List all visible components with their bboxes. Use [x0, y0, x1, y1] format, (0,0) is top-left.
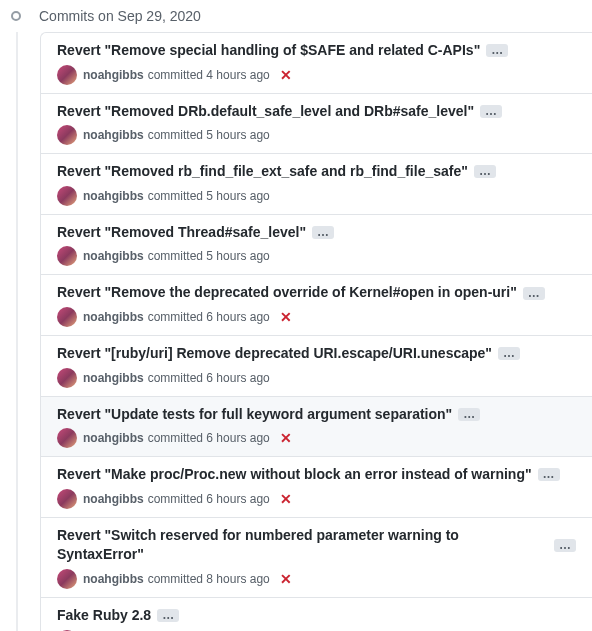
expand-commit-button[interactable]: …	[486, 44, 508, 57]
commit-time: committed 6 hours ago	[148, 371, 270, 385]
commits-list: Revert "Remove special handling of $SAFE…	[40, 32, 592, 631]
commit-meta: noahgibbs committed 4 hours ago✕	[57, 65, 576, 85]
commit-author-link[interactable]: noahgibbs	[83, 189, 144, 203]
commit-author-link[interactable]: noahgibbs	[83, 431, 144, 445]
commit-title-link[interactable]: Revert "Switch reserved for numbered par…	[57, 526, 548, 565]
commit-title-link[interactable]: Fake Ruby 2.8	[57, 606, 151, 626]
commit-time: committed 8 hours ago	[148, 572, 270, 586]
commit-author-link[interactable]: noahgibbs	[83, 492, 144, 506]
commit-item: Revert "Remove special handling of $SAFE…	[41, 33, 592, 94]
commit-item: Fake Ruby 2.8…noahgibbs committed 9 hour…	[41, 598, 592, 631]
commit-title-link[interactable]: Revert "Removed rb_find_file_ext_safe an…	[57, 162, 468, 182]
commit-title-link[interactable]: Revert "Removed DRb.default_safe_level a…	[57, 102, 474, 122]
commit-item: Revert "[ruby/uri] Remove deprecated URI…	[41, 336, 592, 397]
commit-item: Revert "Update tests for full keyword ar…	[41, 397, 592, 458]
expand-commit-button[interactable]: …	[538, 468, 560, 481]
commit-time: committed 5 hours ago	[148, 128, 270, 142]
commit-item: Revert "Switch reserved for numbered par…	[41, 518, 592, 598]
avatar[interactable]	[57, 428, 77, 448]
status-failed-icon[interactable]: ✕	[280, 430, 292, 446]
commit-title-link[interactable]: Revert "Update tests for full keyword ar…	[57, 405, 452, 425]
commit-item: Revert "Removed Thread#safe_level"…noahg…	[41, 215, 592, 276]
commit-meta: noahgibbs committed 5 hours ago	[57, 125, 576, 145]
avatar[interactable]	[57, 569, 77, 589]
status-failed-icon[interactable]: ✕	[280, 309, 292, 325]
status-failed-icon[interactable]: ✕	[280, 67, 292, 83]
expand-commit-button[interactable]: …	[554, 539, 576, 552]
commit-time: committed 4 hours ago	[148, 68, 270, 82]
avatar[interactable]	[57, 246, 77, 266]
commit-item: Revert "Make proc/Proc.new without block…	[41, 457, 592, 518]
commit-time: committed 5 hours ago	[148, 249, 270, 263]
commit-meta: noahgibbs committed 6 hours ago	[57, 368, 576, 388]
expand-commit-button[interactable]: …	[480, 105, 502, 118]
timeline-dot-icon	[11, 11, 21, 21]
commit-title-link[interactable]: Revert "Remove the deprecated override o…	[57, 283, 517, 303]
commit-time: committed 6 hours ago	[148, 492, 270, 506]
commit-time: committed 6 hours ago	[148, 310, 270, 324]
avatar[interactable]	[57, 489, 77, 509]
commit-author-link[interactable]: noahgibbs	[83, 128, 144, 142]
expand-commit-button[interactable]: …	[312, 226, 334, 239]
avatar[interactable]	[57, 65, 77, 85]
avatar[interactable]	[57, 186, 77, 206]
commit-meta: noahgibbs committed 8 hours ago✕	[57, 569, 576, 589]
commit-meta: noahgibbs committed 5 hours ago	[57, 186, 576, 206]
commit-title-link[interactable]: Revert "Remove special handling of $SAFE…	[57, 41, 480, 61]
commit-author-link[interactable]: noahgibbs	[83, 371, 144, 385]
expand-commit-button[interactable]: …	[523, 287, 545, 300]
commit-meta: noahgibbs committed 5 hours ago	[57, 246, 576, 266]
commit-meta: noahgibbs committed 6 hours ago✕	[57, 307, 576, 327]
status-failed-icon[interactable]: ✕	[280, 491, 292, 507]
commit-date-header: Commits on Sep 29, 2020	[39, 8, 201, 24]
commit-timeline: Revert "Remove special handling of $SAFE…	[16, 32, 592, 631]
avatar[interactable]	[57, 125, 77, 145]
expand-commit-button[interactable]: …	[157, 609, 179, 622]
commit-meta: noahgibbs committed 6 hours ago✕	[57, 489, 576, 509]
commit-title-link[interactable]: Revert "Make proc/Proc.new without block…	[57, 465, 532, 485]
commit-item: Revert "Remove the deprecated override o…	[41, 275, 592, 336]
expand-commit-button[interactable]: …	[474, 165, 496, 178]
commit-item: Revert "Removed DRb.default_safe_level a…	[41, 94, 592, 155]
commit-item: Revert "Removed rb_find_file_ext_safe an…	[41, 154, 592, 215]
commit-time: committed 6 hours ago	[148, 431, 270, 445]
avatar[interactable]	[57, 307, 77, 327]
commit-meta: noahgibbs committed 6 hours ago✕	[57, 428, 576, 448]
commit-author-link[interactable]: noahgibbs	[83, 68, 144, 82]
status-failed-icon[interactable]: ✕	[280, 571, 292, 587]
commit-title-link[interactable]: Revert "Removed Thread#safe_level"	[57, 223, 306, 243]
commit-author-link[interactable]: noahgibbs	[83, 249, 144, 263]
expand-commit-button[interactable]: …	[498, 347, 520, 360]
commit-author-link[interactable]: noahgibbs	[83, 572, 144, 586]
commit-time: committed 5 hours ago	[148, 189, 270, 203]
commit-title-link[interactable]: Revert "[ruby/uri] Remove deprecated URI…	[57, 344, 492, 364]
commit-author-link[interactable]: noahgibbs	[83, 310, 144, 324]
avatar[interactable]	[57, 368, 77, 388]
expand-commit-button[interactable]: …	[458, 408, 480, 421]
